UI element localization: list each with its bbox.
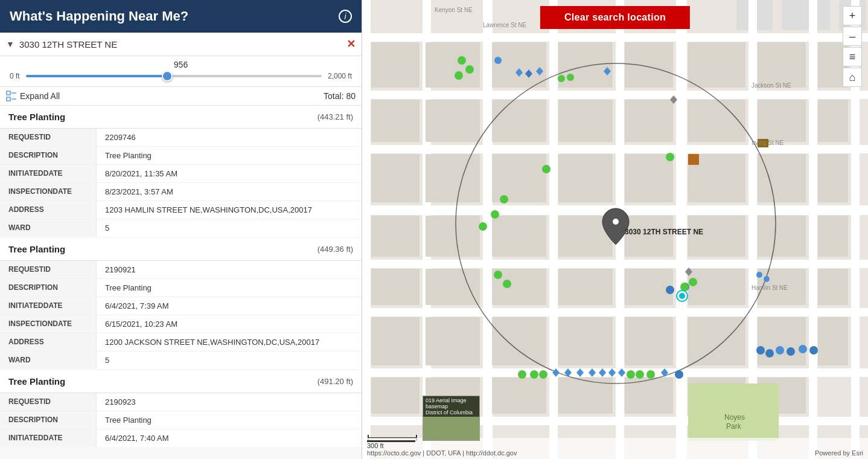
home-button[interactable]: ⌂ — [843, 68, 862, 87]
svg-rect-39 — [758, 100, 806, 142]
section-header[interactable]: Tree Planting(443.21 ft) — [0, 106, 362, 129]
svg-point-117 — [636, 370, 644, 379]
detail-value: 2209746 — [97, 129, 362, 146]
svg-rect-66 — [426, 317, 480, 365]
svg-rect-75 — [492, 377, 546, 414]
svg-rect-64 — [818, 269, 848, 305]
svg-rect-19 — [549, 0, 558, 459]
section-title: Tree Planting — [8, 112, 65, 122]
svg-point-128 — [764, 276, 770, 282]
svg-rect-68 — [558, 317, 613, 365]
slider-max-label: 2,000 ft — [328, 72, 352, 80]
detail-value: 2190923 — [97, 393, 362, 411]
result-section: Tree Planting(491.20 ft)REQUESTID2190923… — [0, 370, 362, 447]
section-title: Tree Planting — [8, 244, 65, 254]
svg-point-97 — [567, 74, 574, 81]
svg-point-135 — [458, 56, 466, 65]
panel-title: What's Happening Near Me? — [10, 8, 188, 24]
detail-row: REQUESTID2190921 — [0, 261, 362, 279]
zoom-out-button[interactable]: – — [843, 27, 862, 46]
thumbnail-line3: District of Columbia — [426, 409, 477, 416]
svg-rect-62 — [688, 269, 745, 305]
map-thumbnail[interactable]: 019 Aerial Image basemap District of Col… — [423, 396, 480, 441]
svg-rect-73 — [371, 377, 420, 414]
detail-label: WARD — [0, 351, 97, 369]
detail-value: Tree Planting — [97, 411, 362, 429]
total-count: Total: 80 — [324, 91, 356, 101]
detail-value: 1200 JACKSON STREET NE,WASHINGTON,DC,USA… — [97, 333, 362, 351]
detail-label: INITIATEDDATE — [0, 165, 97, 182]
svg-rect-57 — [371, 269, 420, 305]
section-body: REQUESTID2209746DESCRIPTIONTree Planting… — [0, 129, 362, 237]
search-input[interactable] — [19, 39, 342, 50]
svg-text:Kenyon St NE: Kenyon St NE — [435, 7, 473, 13]
svg-rect-71 — [758, 317, 806, 365]
detail-value: 6/15/2021, 10:23 AM — [97, 315, 362, 333]
section-distance: (449.36 ft) — [318, 245, 353, 254]
panel-header: What's Happening Near Me? i — [0, 0, 362, 33]
detail-label: WARD — [0, 219, 97, 237]
svg-point-106 — [518, 370, 526, 379]
expand-icon — [6, 91, 17, 101]
detail-value: 5 — [97, 351, 362, 369]
svg-text:Lawrence St NE: Lawrence St NE — [483, 22, 527, 28]
clear-search-icon[interactable]: ✕ — [346, 37, 356, 51]
zoom-in-button[interactable]: + — [843, 6, 862, 25]
svg-rect-33 — [371, 100, 420, 142]
svg-rect-12 — [362, 260, 868, 268]
svg-rect-72 — [818, 317, 848, 365]
svg-rect-1 — [7, 97, 10, 101]
section-header[interactable]: Tree Planting(449.36 ft) — [0, 238, 362, 261]
detail-row: ADDRESS1200 JACKSON STREET NE,WASHINGTON… — [0, 333, 362, 351]
detail-value: 8/20/2021, 11:35 AM — [97, 165, 362, 182]
svg-rect-35 — [492, 100, 546, 142]
clear-location-button[interactable]: Clear search location — [540, 6, 690, 29]
svg-rect-28 — [558, 42, 613, 88]
svg-point-101 — [500, 195, 508, 204]
detail-value: 6/4/2021, 7:40 AM — [97, 429, 362, 447]
attribution-text: https://octo.dc.gov | DDOT, UFA | http:/… — [367, 449, 517, 457]
section-body: REQUESTID2190923DESCRIPTIONTree Planting… — [0, 393, 362, 447]
svg-rect-56 — [818, 216, 848, 257]
distance-slider[interactable] — [26, 75, 322, 77]
svg-rect-67 — [492, 317, 546, 365]
detail-label: REQUESTID — [0, 129, 97, 146]
section-distance: (443.21 ft) — [318, 112, 353, 121]
slider-section: 956 0 ft 2,000 ft — [0, 56, 362, 87]
slider-value: 956 — [10, 60, 352, 69]
section-header[interactable]: Tree Planting(491.20 ft) — [0, 370, 362, 393]
info-icon[interactable]: i — [339, 10, 352, 23]
detail-label: INITIATEDDATE — [0, 429, 97, 447]
svg-rect-54 — [688, 216, 745, 257]
svg-point-86 — [613, 219, 619, 225]
svg-rect-50 — [426, 216, 480, 257]
svg-point-102 — [542, 165, 550, 173]
svg-rect-43 — [492, 154, 546, 202]
svg-rect-70 — [688, 317, 745, 365]
svg-rect-16 — [362, 0, 371, 459]
map-attribution: 300 ft https://octo.dc.gov | DDOT, UFA |… — [362, 438, 868, 459]
detail-label: DESCRIPTION — [0, 279, 97, 297]
detail-row: INITIATEDDATE8/20/2021, 11:35 AM — [0, 165, 362, 183]
svg-point-137 — [455, 71, 463, 80]
svg-text:Irving St NE: Irving St NE — [752, 140, 784, 146]
layers-button[interactable]: ≡ — [843, 47, 862, 66]
detail-row: INSPECTIONDATE6/15/2021, 10:23 AM — [0, 315, 362, 333]
svg-point-129 — [666, 286, 674, 294]
detail-value: 6/4/2021, 7:39 AM — [97, 297, 362, 315]
svg-point-126 — [809, 346, 818, 355]
detail-row: REQUESTID2209746 — [0, 129, 362, 147]
toolbar-row: Expand All Total: 80 — [0, 87, 362, 106]
left-panel: What's Happening Near Me? i ▼ ✕ 956 0 ft… — [0, 0, 362, 459]
svg-point-121 — [756, 346, 765, 355]
detail-label: REQUESTID — [0, 393, 97, 411]
svg-point-120 — [675, 370, 683, 379]
svg-rect-83 — [688, 154, 699, 165]
svg-rect-80 — [688, 384, 779, 441]
svg-point-138 — [494, 57, 502, 64]
dropdown-arrow-icon[interactable]: ▼ — [6, 39, 14, 49]
expand-all-button[interactable]: Expand All — [6, 91, 60, 101]
svg-rect-31 — [758, 42, 806, 88]
svg-point-107 — [530, 370, 538, 379]
svg-rect-13 — [362, 308, 868, 316]
